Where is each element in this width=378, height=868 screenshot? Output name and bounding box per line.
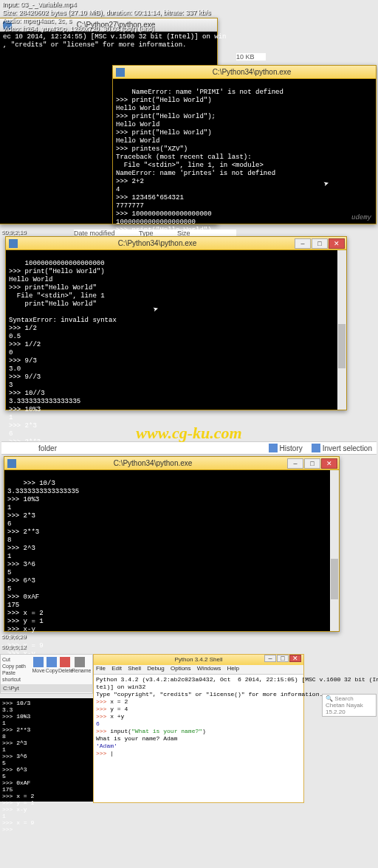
explorer-ribbon: Cut Copy path Paste shortcut Move Copy D… <box>0 654 93 694</box>
rename-icon <box>75 657 85 667</box>
history-button[interactable]: History <box>269 444 303 452</box>
close-button[interactable]: ✕ <box>321 458 337 469</box>
menu-options[interactable]: Options <box>171 665 191 672</box>
titlebar[interactable]: C:\Python34\python.exe – □ ✕ <box>4 457 339 470</box>
python34-console-window-c: C:\Python34\python.exe – □ ✕ >>> 10/3 3.… <box>4 456 340 632</box>
menu-bar[interactable]: File Edit Shell Debug Options Windows He… <box>94 665 303 675</box>
search-input[interactable]: 🔍 Search Chetan Nayak 15.2.20 <box>322 694 377 717</box>
mini-terminal[interactable]: >>> 10/3 3.3 >>> 10%3 1 >>> 2**3 8 >>> 2… <box>0 698 93 802</box>
copy-button[interactable]: Copy <box>45 656 58 683</box>
history-icon <box>269 444 278 452</box>
python-icon <box>116 68 125 77</box>
move-icon <box>33 657 44 667</box>
menu-edit[interactable]: Edit <box>111 665 122 672</box>
rename-button[interactable]: Rename <box>72 656 88 683</box>
menu-windows[interactable]: Windows <box>197 665 221 672</box>
maximize-button[interactable]: □ <box>277 655 289 662</box>
close-button[interactable]: ✕ <box>289 655 301 662</box>
titlebar[interactable]: Python 3.4.2 Shell – □ ✕ <box>94 655 303 665</box>
timestamp-label: 50;9;5;12 <box>1 644 26 650</box>
maximize-button[interactable]: □ <box>312 238 328 249</box>
video-metadata-overlay: Input: 03_-_Variable.mp4 Size: 28420602 … <box>0 0 213 34</box>
minimize-button[interactable]: – <box>287 458 303 469</box>
explorer-toolbar: folder History Invert selection <box>1 441 377 455</box>
menu-shell[interactable]: Shell <box>128 665 141 672</box>
minimize-button[interactable]: – <box>264 655 276 662</box>
clipboard-group: Cut Copy path Paste shortcut <box>2 656 32 683</box>
cut-button[interactable]: Cut <box>2 656 32 663</box>
python34-console-window-a: C:\Python34\python.exe NameError: name '… <box>112 65 377 224</box>
scrollbar[interactable] <box>330 470 339 631</box>
search-icon: 🔍 <box>326 695 333 702</box>
close-button[interactable]: ✕ <box>329 238 345 249</box>
watermark-text: www.cg-ku.com <box>0 424 378 443</box>
terminal-output[interactable]: NameError: name 'PRIMI' is not defined >… <box>113 79 376 224</box>
file-size-label: 10 KB <box>236 53 266 61</box>
delete-icon <box>60 657 70 667</box>
minimize-button[interactable]: – <box>295 238 311 249</box>
maximize-button[interactable]: □ <box>304 458 320 469</box>
idle-shell-window: Python 3.4.2 Shell – □ ✕ File Edit Shell… <box>93 654 304 803</box>
copy-path-button[interactable]: Copy path <box>2 663 32 669</box>
copy-icon <box>47 657 57 667</box>
menu-help[interactable]: Help <box>227 665 239 672</box>
timestamp-label: 50;9;2;15 <box>1 229 26 235</box>
titlebar[interactable]: C:\Python34\python.exe <box>113 66 376 79</box>
cursor-arrow-icon: ➤ <box>153 306 160 314</box>
titlebar[interactable]: C:\Python34\python.exe – □ ✕ <box>6 237 346 250</box>
window-title: C:\Python34\python.exe <box>19 457 286 470</box>
cursor-arrow-icon: ➤ <box>323 180 331 189</box>
python34-console-window-b: C:\Python34\python.exe – □ ✕ 10000000000… <box>5 236 347 410</box>
delete-button[interactable]: Delete <box>58 656 72 683</box>
terminal-output[interactable]: >>> 10/3 3.3333333333333335 >>> 10%3 1 >… <box>4 470 339 631</box>
idle-output[interactable]: Python 3.4.2 (v3.4.2:ab2c023a9432, Oct 6… <box>94 675 303 766</box>
udemy-watermark: udemy <box>351 214 371 222</box>
menu-file[interactable]: File <box>96 665 106 672</box>
invert-icon <box>312 444 320 452</box>
terminal-output[interactable]: 10000000000000000000 >>> print("Hello Wo… <box>6 250 346 410</box>
window-title: C:\Python34\python.exe <box>128 66 376 79</box>
python-icon <box>9 239 18 248</box>
invert-selection-button[interactable]: Invert selection <box>312 444 372 452</box>
folder-label: folder <box>38 444 57 452</box>
python-icon <box>7 459 16 468</box>
paste-shortcut-button[interactable]: Paste shortcut <box>2 669 32 683</box>
move-button[interactable]: Move <box>32 656 45 683</box>
address-fragment: C:\Pyt <box>1 684 92 692</box>
scrollbar[interactable] <box>337 250 346 410</box>
window-title: C:\Python34\python.exe <box>21 237 294 250</box>
menu-debug[interactable]: Debug <box>147 665 165 672</box>
timestamp-label: 50;9;6;29 <box>1 633 26 640</box>
